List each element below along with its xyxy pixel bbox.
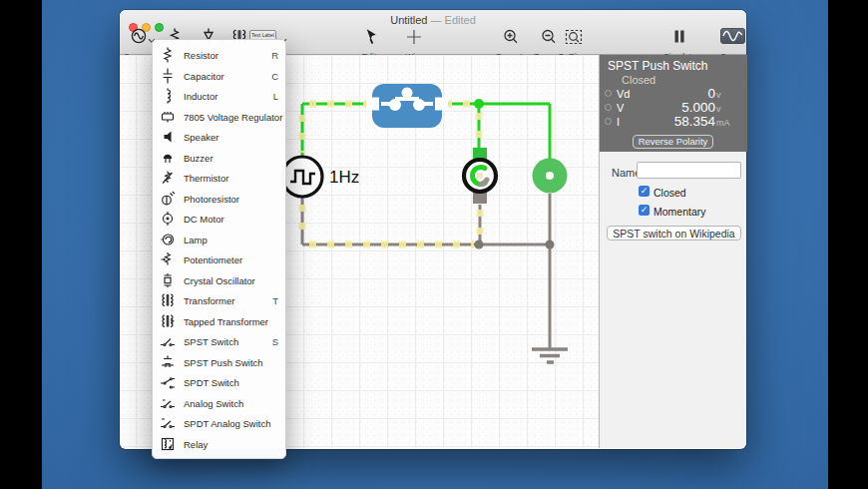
plot-radio-icon[interactable] (605, 90, 612, 97)
menu-item-7805-voltage-regulator[interactable]: 7805 Voltage Regulator (153, 107, 285, 128)
components-dropdown-menu: ResistorRCapacitorCInductorL7805 Voltage… (152, 39, 286, 459)
ground-symbol[interactable] (532, 349, 568, 362)
menu-item-analog-switch[interactable]: Analog Switch (153, 393, 285, 414)
menu-item-label: Resistor (184, 50, 218, 61)
lamp[interactable] (533, 159, 568, 194)
menu-item-label: Photoresistor (184, 194, 239, 205)
menu-item-label: Capacitor (184, 71, 224, 82)
menu-item-buzzer[interactable]: Buzzer (153, 148, 285, 169)
measurement-row-i: I58.354mA (600, 116, 747, 129)
spst-icon (160, 333, 176, 349)
pause-icon (670, 28, 688, 46)
menu-item-label: Potentiometer (184, 254, 242, 265)
menu-item-crystal-oscillator[interactable]: Crystal Oscillator (153, 270, 285, 291)
menu-item-label: Thermistor (184, 173, 228, 184)
measurement-label: V (617, 102, 624, 114)
capacitor-icon (160, 68, 176, 84)
menu-item-shortcut: T (272, 295, 278, 306)
selection-handle[interactable] (366, 98, 379, 111)
menu-item-spdt-switch[interactable]: SPDT Switch (153, 372, 285, 393)
menu-item-shortcut: S (272, 336, 278, 347)
scope-icon (720, 28, 745, 44)
menu-item-speaker[interactable]: Speaker (153, 127, 285, 148)
cursor-arrow-icon (360, 28, 378, 46)
potentiometer-icon (160, 251, 176, 267)
zoom-in-icon (502, 28, 520, 46)
plot-radio-icon[interactable] (605, 118, 612, 125)
zoom-out-icon (540, 28, 558, 46)
menu-item-spdt-analog-switch[interactable]: SPDT Analog Switch (153, 413, 285, 434)
menu-item-tapped-transformer[interactable]: Tapped Transformer (153, 311, 285, 332)
speaker-icon (160, 129, 176, 145)
checkbox-label: Closed (653, 187, 686, 199)
menu-item-shortcut: L (273, 91, 278, 102)
window-title: Untitled — Edited (120, 14, 746, 26)
menu-item-label: SPST Switch (184, 336, 238, 347)
checkbox-label: Momentary (653, 206, 706, 218)
menu-item-label: Buzzer (184, 153, 214, 164)
checkbox-checked-icon[interactable]: ✓ (639, 186, 650, 197)
scope-button[interactable]: Scope (716, 28, 748, 55)
screen: Untitled — Edited Sources (0, 0, 868, 489)
menu-item-inductor[interactable]: InductorL (153, 86, 285, 107)
plot-radio-icon[interactable] (605, 104, 612, 111)
transformer-icon (160, 292, 176, 308)
menu-item-dc-motor[interactable]: DC Motor (153, 209, 285, 230)
resistor-icon (160, 47, 176, 63)
name-input[interactable] (637, 162, 741, 179)
thermistor-icon (160, 170, 176, 186)
fit-button[interactable]: Fit (561, 28, 587, 55)
edited-indicator: — Edited (431, 14, 476, 26)
spst-push-switch-selected[interactable] (366, 84, 448, 128)
square-wave-source[interactable] (282, 157, 322, 197)
tappedtransformer-icon (160, 313, 176, 329)
menu-item-spst-push-switch[interactable]: SPST Push Switch (153, 352, 285, 373)
menu-item-label: 7805 Voltage Regulator (184, 112, 282, 123)
crystal-icon (160, 272, 176, 288)
menu-item-potentiometer[interactable]: Potentiometer (153, 249, 285, 270)
measurement-label: I (617, 116, 620, 128)
measurement-unit: mA (716, 118, 730, 128)
checkbox-checked-icon[interactable]: ✓ (639, 205, 650, 216)
menu-item-spst-switch[interactable]: SPST SwitchS (153, 331, 285, 352)
zoom-in-button[interactable]: Zoom In (496, 28, 526, 55)
menu-item-label: Speaker (184, 132, 218, 143)
measurement-box: SPST Push Switch Closed Vd0vV5.000vI58.3… (600, 55, 747, 152)
menu-item-label: Lamp (184, 235, 208, 245)
measurement-value: 5.000 (681, 100, 715, 115)
wikipedia-link-button[interactable]: SPST switch on Wikipedia (607, 226, 741, 241)
buzzer-icon (160, 150, 176, 166)
menu-item-label: DC Motor (184, 214, 224, 225)
plus-icon (405, 28, 423, 46)
inspector-panel: SPST Push Switch Closed Vd0vV5.000vI58.3… (599, 55, 746, 448)
measurement-unit: v (716, 104, 721, 114)
selection-handle[interactable] (435, 98, 448, 111)
menu-item-thermistor[interactable]: Thermistor (153, 168, 285, 189)
menu-item-photoresistor[interactable]: Photoresistor (153, 189, 285, 210)
inductor-icon (160, 88, 176, 104)
simulator-pause-button[interactable]: Simulator (663, 28, 695, 55)
switch-state-text: Closed (622, 74, 655, 86)
menu-item-label: Relay (184, 439, 208, 450)
regulator-icon (160, 109, 176, 125)
menu-item-lamp[interactable]: Lamp (153, 230, 285, 250)
dc-motor[interactable] (464, 148, 496, 204)
sources-menu-button[interactable]: Sources (124, 28, 154, 55)
measurement-value: 0 (707, 86, 715, 101)
menu-item-label: Tapped Transformer (184, 316, 268, 327)
junction-dot (546, 241, 555, 249)
wire-tool-button[interactable]: Wire (399, 28, 429, 55)
reverse-polarity-button[interactable]: Reverse Polarity (633, 135, 713, 149)
edit-tool-button[interactable]: Edit (354, 28, 384, 55)
menu-item-capacitor[interactable]: CapacitorC (153, 66, 285, 87)
measurement-unit: v (716, 90, 721, 100)
fit-icon (565, 28, 583, 46)
measurement-value: 58.354 (674, 114, 715, 129)
zoom-out-button[interactable]: Zoom Out (534, 28, 564, 55)
menu-item-relay[interactable]: Relay (153, 434, 285, 455)
sine-source-icon (130, 28, 148, 46)
menu-item-label: SPST Push Switch (184, 357, 263, 368)
menu-item-resistor[interactable]: ResistorR (153, 45, 285, 66)
junction-dot (475, 241, 484, 249)
menu-item-transformer[interactable]: TransformerT (153, 290, 285, 311)
